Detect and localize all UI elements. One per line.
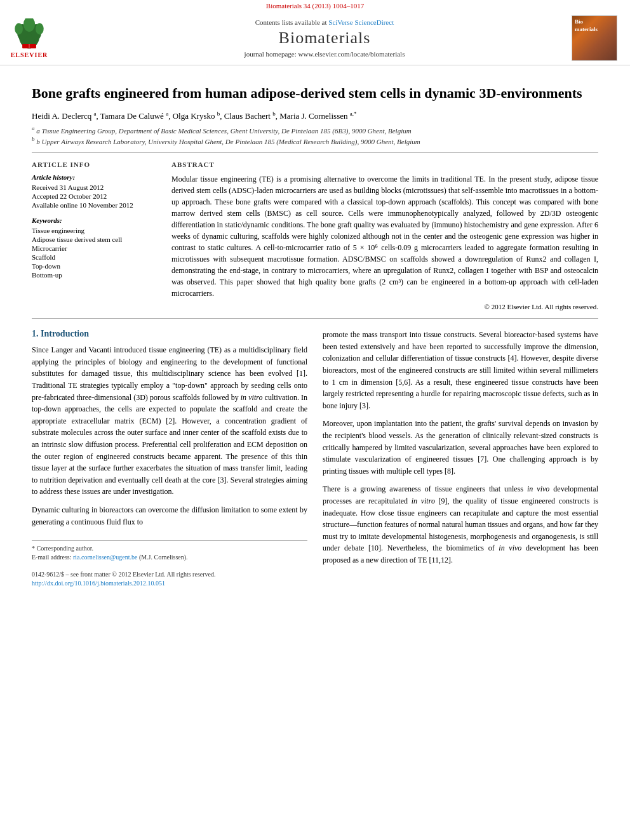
biomaterials-logo-box: Biomaterials [572, 15, 617, 61]
keyword-2: Microcarrier [32, 244, 159, 252]
elsevier-label: ELSEVIER [11, 51, 48, 58]
affiliation-a: a a Tissue Engineering Group, Department… [32, 125, 598, 135]
keyword-1: Adipose tissue derived stem cell [32, 236, 159, 243]
svg-point-5 [36, 23, 44, 34]
right-para-2: Moreover, upon implantation into the pat… [323, 418, 598, 477]
article-accepted: Accepted 22 October 2012 [32, 192, 159, 200]
footnote-email: E-mail address: ria.cornelissen@ugent.be… [32, 554, 307, 561]
elsevier-tree-icon [10, 18, 48, 50]
abstract-heading: ABSTRACT [171, 161, 598, 168]
banner-center: Contents lists available at SciVerse Sci… [80, 15, 569, 61]
left-col: ARTICLE INFO Article history: Received 3… [32, 161, 159, 310]
footnote-email-suffix: (M.J. Cornelissen). [137, 554, 187, 561]
keyword-3: Scaffold [32, 253, 159, 261]
footnote-doi: http://dx.doi.org/10.1016/j.biomaterials… [32, 580, 307, 587]
elsevier-logo-area: ELSEVIER [10, 15, 80, 61]
right-para-3: There is a growing awareness of tissue e… [323, 483, 598, 566]
biomaterials-logo-text: Biomaterials [575, 18, 598, 33]
article-info-heading: ARTICLE INFO [32, 161, 159, 168]
footnote-issn-area: 0142-9612/$ – see front matter © 2012 El… [32, 571, 307, 587]
journal-title-banner: Biomaterials [279, 29, 371, 48]
keyword-4: Top-down [32, 262, 159, 270]
keyword-0: Tissue engineering [32, 227, 159, 234]
sciverse-text: Contents lists available at [255, 18, 328, 26]
divider-2 [32, 318, 598, 319]
sciverse-line: Contents lists available at SciVerse Sci… [255, 18, 394, 26]
footnote-issn: 0142-9612/$ – see front matter © 2012 El… [32, 571, 307, 578]
abstract-text: Modular tissue engineering (TE) is a pro… [171, 173, 598, 299]
article-info-abstract: ARTICLE INFO Article history: Received 3… [32, 161, 598, 310]
copyright: © 2012 Elsevier Ltd. All rights reserved… [171, 303, 598, 310]
main-body: 1. Introduction Since Langer and Vacanti… [32, 329, 598, 589]
article-received: Received 31 August 2012 [32, 183, 159, 191]
footnote-email-label: E-mail address: [32, 554, 73, 561]
keyword-5: Bottom-up [32, 271, 159, 279]
sciverse-link[interactable]: SciVerse ScienceDirect [328, 18, 394, 26]
footnote-section: * Corresponding author. E-mail address: … [32, 540, 307, 587]
affiliation-b: b b Upper Airways Research Laboratory, U… [32, 136, 598, 145]
body-two-col: 1. Introduction Since Langer and Vacanti… [32, 329, 598, 589]
journal-homepage: journal homepage: www.elsevier.com/locat… [245, 50, 405, 58]
footnote-email-link[interactable]: ria.cornelissen@ugent.be [73, 554, 137, 561]
journal-ref-text: Biomaterials 34 (2013) 1004–1017 [266, 2, 364, 10]
biomaterials-logo-area: Biomaterials [569, 15, 620, 61]
footnote-doi-link[interactable]: http://dx.doi.org/10.1016/j.biomaterials… [32, 580, 165, 587]
intro-para-2: Dynamic culturing in bioreactors can ove… [32, 504, 307, 528]
keywords-label: Keywords: [32, 217, 159, 224]
authors-line: Heidi A. Declercq a, Tamara De Caluwé a,… [32, 110, 598, 121]
page-content: Bone grafts engineered from human adipos… [0, 65, 630, 601]
elsevier-logo: ELSEVIER [10, 18, 48, 58]
top-banner: ELSEVIER Contents lists available at Sci… [0, 11, 630, 65]
divider [32, 152, 598, 153]
article-available: Available online 10 November 2012 [32, 201, 159, 209]
article-history-label: Article history: [32, 173, 159, 181]
right-para-1: promote the mass transport into tissue c… [323, 329, 598, 411]
paper-title: Bone grafts engineered from human adipos… [32, 84, 598, 103]
intro-title: 1. Introduction [32, 329, 307, 339]
body-right: promote the mass transport into tissue c… [323, 329, 598, 589]
intro-para-1: Since Langer and Vacanti introduced tiss… [32, 344, 307, 498]
svg-point-4 [15, 23, 23, 34]
footnote-corresponding: * Corresponding author. [32, 545, 307, 552]
journal-ref: Biomaterials 34 (2013) 1004–1017 [0, 0, 630, 11]
body-left: 1. Introduction Since Langer and Vacanti… [32, 329, 307, 589]
right-col: ABSTRACT Modular tissue engineering (TE)… [171, 161, 598, 310]
